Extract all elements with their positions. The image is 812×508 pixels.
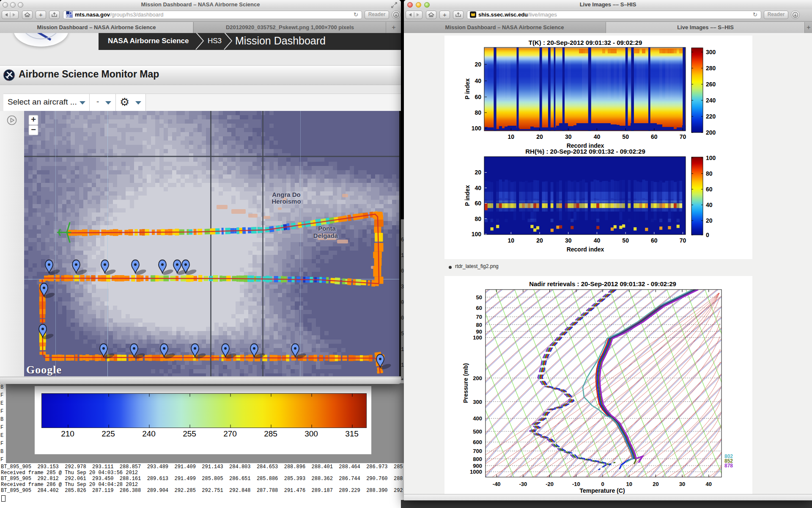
svg-text:Heroismo: Heroismo	[272, 198, 301, 205]
svg-text:200: 200	[473, 375, 482, 381]
svg-text:Angra Do: Angra Do	[272, 191, 301, 198]
svg-text:280: 280	[706, 65, 716, 72]
svg-text:700: 700	[473, 448, 482, 454]
svg-text:10: 10	[626, 481, 632, 487]
svg-text:10: 10	[508, 237, 515, 244]
svg-text:20: 20	[475, 61, 481, 68]
svg-text:40: 40	[475, 77, 481, 84]
svg-text:P index: P index	[464, 78, 471, 99]
svg-text:Nadir retrievals : 20-Sep-2012: Nadir retrievals : 20-Sep-2012 09:01:32 …	[529, 280, 676, 287]
svg-text:−: −	[31, 125, 36, 134]
svg-text:Pressure (mb): Pressure (mb)	[462, 363, 469, 403]
svg-text:10: 10	[508, 133, 515, 140]
svg-text:50: 50	[622, 133, 629, 140]
svg-text:260: 260	[706, 81, 716, 88]
svg-text:20: 20	[536, 133, 543, 140]
svg-text:400: 400	[473, 415, 482, 422]
svg-text:300: 300	[473, 399, 482, 405]
svg-text:200: 200	[706, 129, 716, 136]
svg-text:60: 60	[706, 186, 713, 193]
svg-text:100: 100	[472, 125, 482, 132]
svg-text:60: 60	[651, 237, 658, 244]
svg-text:30: 30	[565, 237, 572, 244]
svg-text:70: 70	[476, 314, 482, 320]
svg-text:100: 100	[706, 155, 716, 161]
svg-text:40: 40	[594, 237, 601, 244]
svg-text:60: 60	[475, 200, 481, 207]
svg-text:-40: -40	[493, 481, 501, 487]
svg-text:20: 20	[706, 217, 713, 224]
svg-text:0: 0	[601, 481, 604, 487]
svg-text:90: 90	[476, 329, 482, 335]
svg-text:-30: -30	[519, 481, 527, 487]
svg-text:+: +	[31, 115, 36, 124]
svg-text:100: 100	[472, 231, 482, 237]
svg-text:20: 20	[475, 169, 481, 176]
svg-text:300: 300	[706, 49, 716, 55]
svg-text:20: 20	[653, 481, 658, 487]
svg-text:T(K) : 20-Sep-2012 09:01:32 -: T(K) : 20-Sep-2012 09:01:32 - 09:02:29	[529, 39, 642, 46]
svg-text:70: 70	[680, 133, 686, 140]
svg-text:80: 80	[475, 215, 481, 222]
svg-text:40: 40	[594, 133, 601, 140]
svg-text:80: 80	[475, 109, 481, 116]
svg-text:80: 80	[706, 170, 713, 177]
svg-text:900: 900	[473, 463, 482, 469]
svg-text:Record index: Record index	[567, 246, 604, 253]
svg-text:878: 878	[724, 463, 733, 469]
svg-text:240: 240	[706, 97, 716, 104]
svg-text:-20: -20	[546, 481, 554, 487]
svg-text:Ponta: Ponta	[318, 225, 336, 232]
svg-text:RH(%) : 20-Sep-2012 09:01:32 -: RH(%) : 20-Sep-2012 09:01:32 - 09:02:29	[525, 148, 645, 155]
svg-text:P index: P index	[464, 185, 471, 206]
svg-text:-10: -10	[572, 481, 580, 487]
svg-text:40: 40	[706, 481, 712, 487]
svg-text:40: 40	[706, 202, 713, 208]
svg-text:100: 100	[473, 334, 482, 341]
svg-text:60: 60	[651, 133, 658, 140]
svg-text:Google: Google	[26, 364, 62, 376]
svg-text:1000: 1000	[470, 469, 482, 475]
svg-text:30: 30	[679, 481, 685, 487]
svg-text:60: 60	[475, 94, 481, 100]
svg-text:Temperature (C): Temperature (C)	[579, 487, 625, 494]
svg-text:Delgada: Delgada	[313, 232, 338, 239]
svg-text:0: 0	[706, 232, 709, 238]
svg-text:70: 70	[680, 237, 686, 244]
svg-text:40: 40	[475, 185, 481, 191]
svg-text:50: 50	[476, 294, 482, 301]
svg-text:500: 500	[473, 428, 482, 435]
svg-text:60: 60	[476, 305, 482, 311]
svg-text:80: 80	[476, 322, 482, 328]
svg-text:220: 220	[706, 113, 716, 120]
svg-text:800: 800	[473, 456, 482, 462]
svg-text:30: 30	[565, 133, 572, 140]
svg-text:600: 600	[473, 439, 482, 445]
svg-text:20: 20	[536, 237, 543, 244]
svg-text:50: 50	[622, 237, 629, 244]
